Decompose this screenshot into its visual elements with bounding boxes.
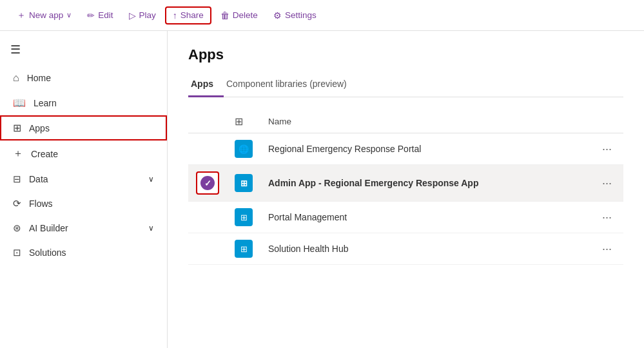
col-more-header [590,110,623,133]
table-icon-header: ⊞ [235,116,243,127]
more-options-cell: ··· [590,233,623,265]
pencil-icon: ✏ [87,10,95,21]
solutions-icon: ⊡ [13,247,21,258]
app-icon-cell: ⊞ [227,202,260,233]
chevron-down-icon: ∨ [66,11,72,19]
chevron-icon-ai: ∨ [148,224,154,233]
sidebar: ☰ ⌂ Home 📖 Learn ⊞ Apps ＋ Create ⊟ Data … [0,31,168,348]
col-check-header [188,110,227,133]
table-row[interactable]: ⊞Solution Health Hub··· [188,233,623,265]
check-cell [188,202,227,233]
app-icon-cell: ⊞ [227,233,260,265]
chevron-icon: ∨ [148,175,154,184]
home-icon: ⌂ [13,72,19,84]
app-name-cell: Regional Emergency Response Portal [260,133,590,165]
gear-icon: ⚙ [273,10,282,21]
sidebar-item-data[interactable]: ⊟ Data ∨ [0,167,167,191]
sidebar-item-create[interactable]: ＋ Create [0,140,167,167]
new-app-button[interactable]: ＋ New app ∨ [10,6,78,25]
table-row[interactable]: ⊞Portal Management··· [188,202,623,233]
page-title: Apps [188,46,623,63]
more-options-cell: ··· [590,133,623,165]
delete-button[interactable]: 🗑 Delete [214,6,264,24]
sidebar-item-solutions[interactable]: ⊡ Solutions [0,240,167,265]
more-options-button[interactable]: ··· [598,175,616,191]
more-options-button[interactable]: ··· [598,209,616,226]
col-name-header: Name [260,110,590,133]
app-icon: ⊞ [235,208,253,226]
sidebar-item-ai-builder[interactable]: ⊛ AI Builder ∨ [0,216,167,240]
sidebar-item-apps[interactable]: ⊞ Apps [0,115,167,140]
more-options-cell: ··· [590,165,623,202]
toolbar: ＋ New app ∨ ✏ Edit ▷ Play ↑ Share 🗑 Dele… [0,0,644,31]
sidebar-item-home[interactable]: ⌂ Home [0,66,167,90]
app-name-cell: Solution Health Hub [260,233,590,265]
play-icon: ▷ [129,10,136,21]
selected-checkbox[interactable]: ✓ [196,171,219,195]
table-row[interactable]: 🌐Regional Emergency Response Portal··· [188,133,623,165]
create-icon: ＋ [13,147,23,160]
more-options-button[interactable]: ··· [598,141,616,157]
content-area: Apps Apps Component libraries (preview) … [168,31,644,348]
apps-icon: ⊞ [13,122,21,134]
app-name-cell: Portal Management [260,202,590,233]
check-cell [188,133,227,165]
apps-table: ⊞ Name 🌐Regional Emergency Response Port… [188,110,623,265]
flows-icon: ⟳ [13,198,21,209]
data-icon: ⊟ [13,173,21,185]
table-row[interactable]: ✓ ⊞Admin App - Regional Emergency Respon… [188,165,623,202]
tab-component-libraries[interactable]: Component libraries (preview) [224,73,357,97]
check-cell: ✓ [188,165,227,202]
check-cell [188,233,227,265]
hamburger-menu[interactable]: ☰ [0,36,167,63]
play-button[interactable]: ▷ Play [122,6,162,24]
share-icon: ↑ [173,10,177,21]
app-icon: 🌐 [235,140,253,158]
ai-icon: ⊛ [13,222,21,234]
book-icon: 📖 [13,97,26,109]
col-icon-header: ⊞ [227,110,260,133]
share-button[interactable]: ↑ Share [165,6,211,24]
trash-icon: 🗑 [220,10,229,21]
tabs: Apps Component libraries (preview) [188,73,623,97]
sidebar-item-flows[interactable]: ⟳ Flows [0,191,167,216]
hamburger-icon: ☰ [10,43,21,57]
sidebar-item-learn[interactable]: 📖 Learn [0,90,167,115]
app-icon: ⊞ [235,174,253,192]
plus-icon: ＋ [17,10,26,21]
edit-button[interactable]: ✏ Edit [81,6,119,24]
main-layout: ☰ ⌂ Home 📖 Learn ⊞ Apps ＋ Create ⊟ Data … [0,31,644,348]
app-icon: ⊞ [235,240,253,258]
check-mark-icon: ✓ [200,176,215,190]
more-options-button[interactable]: ··· [598,241,616,257]
app-name-cell: Admin App - Regional Emergency Response … [260,165,590,202]
tab-apps[interactable]: Apps [188,73,224,97]
app-icon-cell: ⊞ [227,165,260,202]
more-options-cell: ··· [590,202,623,233]
settings-button[interactable]: ⚙ Settings [267,6,323,24]
app-icon-cell: 🌐 [227,133,260,165]
